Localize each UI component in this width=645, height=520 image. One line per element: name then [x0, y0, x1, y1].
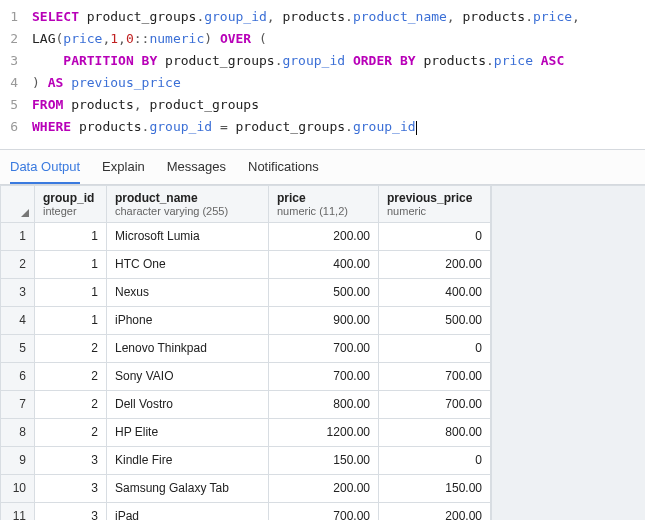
cell[interactable]: Lenovo Thinkpad: [107, 334, 269, 362]
text-cursor: [416, 121, 417, 135]
cell[interactable]: 1: [35, 278, 107, 306]
line-number: 3: [0, 50, 32, 72]
column-header[interactable]: product_namecharacter varying (255): [107, 185, 269, 222]
row-number[interactable]: 8: [1, 418, 35, 446]
grid-corner[interactable]: [1, 185, 35, 222]
cell[interactable]: HP Elite: [107, 418, 269, 446]
editor-line[interactable]: 4) AS previous_price: [0, 72, 645, 94]
line-code[interactable]: WHERE products.group_id = product_groups…: [32, 116, 645, 138]
cell[interactable]: 0: [379, 222, 491, 250]
cell[interactable]: 800.00: [269, 390, 379, 418]
cell[interactable]: 2: [35, 418, 107, 446]
row-number[interactable]: 3: [1, 278, 35, 306]
row-number[interactable]: 6: [1, 362, 35, 390]
table-row[interactable]: 113iPad700.00200.00: [1, 502, 491, 520]
cell[interactable]: iPhone: [107, 306, 269, 334]
cell[interactable]: HTC One: [107, 250, 269, 278]
cell[interactable]: 700.00: [379, 362, 491, 390]
cell[interactable]: Samsung Galaxy Tab: [107, 474, 269, 502]
line-number: 1: [0, 6, 32, 28]
table-row[interactable]: 41iPhone900.00500.00: [1, 306, 491, 334]
editor-line[interactable]: 2LAG(price,1,0::numeric) OVER (: [0, 28, 645, 50]
cell[interactable]: Kindle Fire: [107, 446, 269, 474]
table-row[interactable]: 52Lenovo Thinkpad700.000: [1, 334, 491, 362]
column-header[interactable]: previous_pricenumeric: [379, 185, 491, 222]
line-code[interactable]: SELECT product_groups.group_id, products…: [32, 6, 645, 28]
line-code[interactable]: PARTITION BY product_groups.group_id ORD…: [32, 50, 645, 72]
cell[interactable]: Sony VAIO: [107, 362, 269, 390]
cell[interactable]: 700.00: [269, 362, 379, 390]
sql-editor[interactable]: 1SELECT product_groups.group_id, product…: [0, 0, 645, 149]
cell[interactable]: 2: [35, 334, 107, 362]
line-number: 6: [0, 116, 32, 138]
line-code[interactable]: FROM products, product_groups: [32, 94, 645, 116]
row-number[interactable]: 1: [1, 222, 35, 250]
cell[interactable]: iPad: [107, 502, 269, 520]
cell[interactable]: 700.00: [269, 502, 379, 520]
editor-line[interactable]: 1SELECT product_groups.group_id, product…: [0, 6, 645, 28]
cell[interactable]: 3: [35, 502, 107, 520]
table-row[interactable]: 21HTC One400.00200.00: [1, 250, 491, 278]
column-header[interactable]: group_idinteger: [35, 185, 107, 222]
column-name: group_id: [43, 191, 94, 205]
row-number[interactable]: 11: [1, 502, 35, 520]
cell[interactable]: Nexus: [107, 278, 269, 306]
cell[interactable]: 2: [35, 390, 107, 418]
editor-line[interactable]: 6WHERE products.group_id = product_group…: [0, 116, 645, 138]
row-number[interactable]: 9: [1, 446, 35, 474]
table-row[interactable]: 72Dell Vostro800.00700.00: [1, 390, 491, 418]
cell[interactable]: 500.00: [269, 278, 379, 306]
cell[interactable]: 900.00: [269, 306, 379, 334]
cell[interactable]: 1: [35, 306, 107, 334]
cell[interactable]: 400.00: [379, 278, 491, 306]
cell[interactable]: 700.00: [379, 390, 491, 418]
cell[interactable]: 800.00: [379, 418, 491, 446]
editor-line[interactable]: 3 PARTITION BY product_groups.group_id O…: [0, 50, 645, 72]
table-row[interactable]: 93Kindle Fire150.000: [1, 446, 491, 474]
editor-line[interactable]: 5FROM products, product_groups: [0, 94, 645, 116]
table-row[interactable]: 62Sony VAIO700.00700.00: [1, 362, 491, 390]
tab-data-output[interactable]: Data Output: [10, 151, 80, 184]
cell[interactable]: 400.00: [269, 250, 379, 278]
column-name: previous_price: [387, 191, 472, 205]
table-row[interactable]: 11Microsoft Lumia200.000: [1, 222, 491, 250]
tab-messages[interactable]: Messages: [167, 151, 226, 182]
line-code[interactable]: ) AS previous_price: [32, 72, 645, 94]
result-grid[interactable]: group_idintegerproduct_namecharacter var…: [0, 185, 491, 520]
cell[interactable]: 1: [35, 250, 107, 278]
row-number[interactable]: 2: [1, 250, 35, 278]
column-name: price: [277, 191, 306, 205]
cell[interactable]: Microsoft Lumia: [107, 222, 269, 250]
cell[interactable]: 3: [35, 446, 107, 474]
table-row[interactable]: 103Samsung Galaxy Tab200.00150.00: [1, 474, 491, 502]
table-row[interactable]: 31Nexus500.00400.00: [1, 278, 491, 306]
result-grid-wrap: group_idintegerproduct_namecharacter var…: [0, 185, 645, 520]
row-number[interactable]: 7: [1, 390, 35, 418]
cell[interactable]: 150.00: [379, 474, 491, 502]
cell[interactable]: 1: [35, 222, 107, 250]
table-row[interactable]: 82HP Elite1200.00800.00: [1, 418, 491, 446]
tab-notifications[interactable]: Notifications: [248, 151, 319, 182]
cell[interactable]: Dell Vostro: [107, 390, 269, 418]
line-code[interactable]: LAG(price,1,0::numeric) OVER (: [32, 28, 645, 50]
cell[interactable]: 0: [379, 446, 491, 474]
column-type: integer: [43, 205, 98, 217]
row-number[interactable]: 5: [1, 334, 35, 362]
tab-explain[interactable]: Explain: [102, 151, 145, 182]
cell[interactable]: 0: [379, 334, 491, 362]
cell[interactable]: 1200.00: [269, 418, 379, 446]
column-name: product_name: [115, 191, 198, 205]
column-header[interactable]: pricenumeric (11,2): [269, 185, 379, 222]
row-number[interactable]: 4: [1, 306, 35, 334]
line-number: 5: [0, 94, 32, 116]
cell[interactable]: 150.00: [269, 446, 379, 474]
cell[interactable]: 200.00: [379, 502, 491, 520]
cell[interactable]: 500.00: [379, 306, 491, 334]
cell[interactable]: 200.00: [269, 222, 379, 250]
cell[interactable]: 700.00: [269, 334, 379, 362]
cell[interactable]: 200.00: [379, 250, 491, 278]
cell[interactable]: 200.00: [269, 474, 379, 502]
cell[interactable]: 2: [35, 362, 107, 390]
cell[interactable]: 3: [35, 474, 107, 502]
row-number[interactable]: 10: [1, 474, 35, 502]
